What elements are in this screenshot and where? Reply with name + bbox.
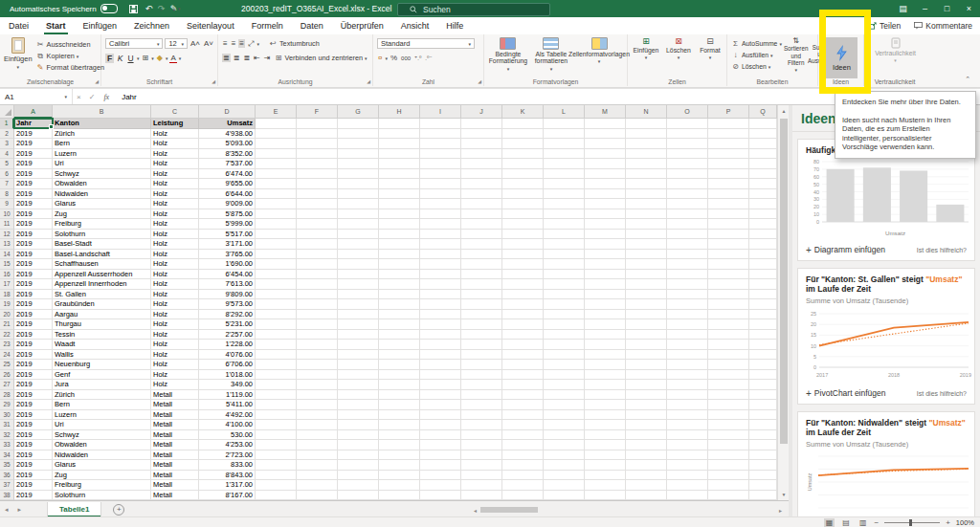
- grid-cell[interactable]: [667, 290, 708, 300]
- grid-cell[interactable]: [667, 420, 708, 430]
- grid-cell[interactable]: [420, 370, 461, 381]
- grid-cell[interactable]: [420, 239, 461, 250]
- grid-cell[interactable]: [338, 480, 379, 491]
- bold-button[interactable]: F: [105, 54, 114, 63]
- grid-cell[interactable]: [502, 209, 544, 220]
- grid-cell[interactable]: [626, 299, 667, 310]
- row-header[interactable]: 15: [0, 259, 14, 270]
- grid-cell[interactable]: [297, 299, 338, 310]
- grid-cell[interactable]: 1'119.00: [199, 390, 256, 401]
- grid-cell[interactable]: Neuenburg: [53, 360, 151, 370]
- grid-cell[interactable]: [420, 390, 461, 401]
- grid-cell[interactable]: [256, 471, 297, 481]
- grid-cell[interactable]: [544, 400, 585, 410]
- grid-cell[interactable]: [502, 230, 544, 240]
- grid-cell[interactable]: [420, 310, 461, 320]
- grid-cell[interactable]: [297, 270, 338, 280]
- grid-cell[interactable]: [379, 230, 420, 240]
- grid-cell[interactable]: Holz: [151, 209, 199, 220]
- grid-cell[interactable]: [297, 189, 338, 200]
- grid-cell[interactable]: [297, 119, 338, 129]
- grid-cell[interactable]: [626, 270, 667, 280]
- grid-cell[interactable]: [502, 239, 544, 250]
- grid-cell[interactable]: [667, 179, 708, 189]
- grid-cell[interactable]: [379, 279, 420, 290]
- grid-cell[interactable]: [585, 279, 626, 290]
- grid-cell[interactable]: [749, 299, 777, 310]
- column-header-F[interactable]: F: [297, 105, 338, 119]
- grid-cell[interactable]: [420, 209, 461, 220]
- menu-tab-start[interactable]: Start: [37, 17, 75, 34]
- grid-cell[interactable]: [379, 350, 420, 361]
- grid-cell[interactable]: [708, 380, 749, 390]
- grid-cell[interactable]: [585, 350, 626, 361]
- comments-button[interactable]: Kommentare: [914, 21, 972, 31]
- column-header-Q[interactable]: Q: [749, 105, 777, 119]
- grid-cell[interactable]: [502, 340, 544, 350]
- insert-chart-link[interactable]: +Diagramm einfügen: [806, 245, 885, 255]
- grid-cell[interactable]: [626, 319, 667, 330]
- grid-cell[interactable]: [420, 270, 461, 280]
- grid-cell[interactable]: [502, 119, 544, 129]
- grid-cell[interactable]: [708, 410, 749, 421]
- grid-cell[interactable]: [502, 420, 544, 430]
- grid-cell[interactable]: [749, 340, 777, 350]
- grid-cell[interactable]: [502, 491, 544, 501]
- grid-cell[interactable]: [502, 400, 544, 410]
- grid-cell[interactable]: [297, 400, 338, 410]
- grid-cell[interactable]: [338, 491, 379, 501]
- grid-cell[interactable]: [667, 129, 708, 140]
- grid-cell[interactable]: [502, 480, 544, 491]
- grid-cell[interactable]: [338, 270, 379, 280]
- grid-cell[interactable]: [297, 310, 338, 320]
- normal-view-icon[interactable]: ▦: [824, 518, 835, 527]
- grid-cell[interactable]: [626, 219, 667, 230]
- grid-cell[interactable]: [461, 400, 502, 410]
- grid-cell[interactable]: [667, 471, 708, 481]
- grid-cell[interactable]: [502, 189, 544, 200]
- select-all-corner[interactable]: [0, 105, 14, 119]
- grid-cell[interactable]: [420, 129, 461, 140]
- grid-cell[interactable]: [544, 460, 585, 471]
- grid-cell[interactable]: [379, 219, 420, 230]
- menu-tab-überprüfen[interactable]: Überprüfen: [332, 17, 392, 34]
- grid-cell[interactable]: [256, 189, 297, 200]
- grid-cell[interactable]: [667, 350, 708, 361]
- grid-cell[interactable]: [420, 319, 461, 330]
- row-header[interactable]: 38: [0, 491, 14, 501]
- grid-cell[interactable]: [749, 310, 777, 320]
- ribbon-display-options-icon[interactable]: ▤: [892, 0, 914, 17]
- grid-cell[interactable]: Holz: [151, 279, 199, 290]
- grid-cell[interactable]: [585, 230, 626, 240]
- grid-cell[interactable]: Metall: [151, 410, 199, 421]
- grid-cell[interactable]: 2019: [14, 440, 53, 450]
- wrap-text-button[interactable]: ↩Textumbruch: [269, 38, 320, 49]
- grid-cell[interactable]: [708, 370, 749, 381]
- grid-cell[interactable]: [297, 370, 338, 381]
- grid-cell[interactable]: [461, 310, 502, 320]
- grid-cell[interactable]: [461, 319, 502, 330]
- grid-cell[interactable]: [297, 330, 338, 340]
- grid-cell[interactable]: [585, 119, 626, 129]
- grid-cell[interactable]: Schaffhausen: [53, 259, 151, 270]
- helpful-link[interactable]: Ist dies hilfreich?: [917, 247, 967, 253]
- grid-cell[interactable]: [256, 290, 297, 300]
- copy-button[interactable]: ⧉Kopieren▾: [36, 51, 104, 61]
- grid-cell[interactable]: St. Gallen: [53, 290, 151, 300]
- grid-cell[interactable]: 8'352.00: [199, 149, 256, 160]
- column-header-P[interactable]: P: [708, 105, 749, 119]
- grid-cell[interactable]: [502, 471, 544, 481]
- row-header[interactable]: 7: [0, 179, 14, 189]
- grid-cell[interactable]: [461, 450, 502, 461]
- grid-cell[interactable]: [297, 230, 338, 240]
- grid-cell[interactable]: [667, 279, 708, 290]
- grid-cell[interactable]: [708, 239, 749, 250]
- grid-cell[interactable]: [585, 340, 626, 350]
- clear-button[interactable]: ⊘Löschen▾: [731, 61, 782, 72]
- grid-cell[interactable]: [297, 239, 338, 250]
- grid-cell[interactable]: [379, 330, 420, 340]
- grid-cell[interactable]: 2019: [14, 270, 53, 280]
- grid-cell[interactable]: [256, 219, 297, 230]
- grid-cell[interactable]: [585, 330, 626, 340]
- grid-cell[interactable]: [379, 259, 420, 270]
